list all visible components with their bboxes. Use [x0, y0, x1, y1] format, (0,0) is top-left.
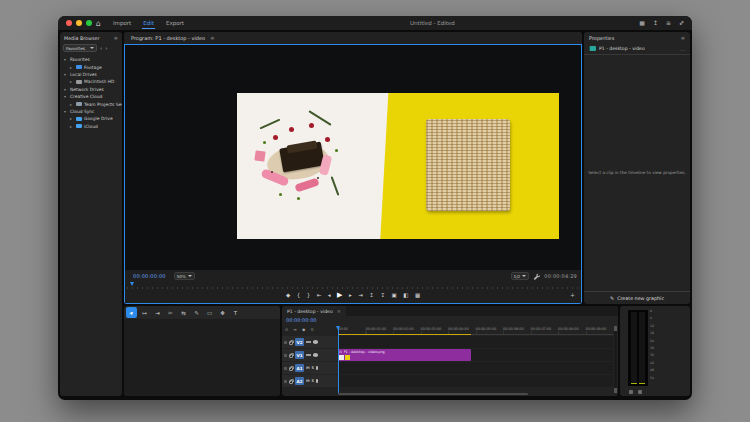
tree-item-google-drive[interactable]: ▸ Google Drive	[62, 115, 121, 122]
quick-export-icon[interactable]: ↥	[653, 20, 658, 26]
rectangle-tool[interactable]: ▭	[204, 307, 215, 318]
minimize-window-button[interactable]	[76, 20, 82, 26]
disclosure-chevron-icon[interactable]: ▸	[70, 116, 74, 121]
add-marker-icon[interactable]: ◆	[302, 326, 305, 334]
nav-forward-icon[interactable]: ›	[105, 45, 107, 51]
source-patch-indicator[interactable]	[284, 341, 287, 344]
extract-button[interactable]: ↧	[380, 292, 385, 299]
panel-menu-icon[interactable]: ≡	[210, 35, 214, 41]
program-seek-bar[interactable]	[127, 282, 579, 289]
program-playhead[interactable]	[130, 282, 134, 286]
solo-track-button[interactable]: S	[312, 366, 315, 370]
disclosure-chevron-icon[interactable]: ▸	[70, 65, 74, 70]
voiceover-record-icon[interactable]	[316, 379, 318, 383]
program-monitor-tab[interactable]: Program: P1 - desktop - video	[131, 35, 205, 41]
tree-item-team-projects-sessions[interactable]: ▸ Team Projects Sessions	[62, 100, 121, 107]
multi-camera-button[interactable]: ▦	[415, 292, 420, 299]
mute-track-button[interactable]: M	[306, 379, 310, 383]
go-to-out-button[interactable]: ⇥	[358, 292, 363, 299]
timeline-settings-icon[interactable]: ≡	[310, 326, 314, 334]
nav-back-icon[interactable]: ‹	[100, 45, 102, 51]
track-lane[interactable]: fx P1 - desktop - video.png	[338, 349, 613, 361]
create-new-graphic-button[interactable]: ✎ Create new graphic	[584, 291, 690, 304]
timeline-vertical-scrollbar[interactable]	[614, 326, 617, 393]
disclosure-chevron-icon[interactable]: ▾	[64, 57, 68, 62]
zoom-level-dropdown[interactable]: 50%	[174, 272, 195, 280]
source-patch-indicator[interactable]	[284, 354, 287, 357]
solo-track-button[interactable]: S	[312, 379, 315, 383]
track-lane[interactable]	[338, 336, 613, 348]
voiceover-record-icon[interactable]	[316, 366, 318, 370]
disclosure-chevron-icon[interactable]: ▾	[64, 94, 68, 99]
meter-option-icon[interactable]	[629, 390, 633, 394]
location-dropdown[interactable]: Favorites	[63, 44, 97, 52]
disclosure-chevron-icon[interactable]: ▸	[70, 124, 74, 129]
timeline-playhead[interactable]	[338, 327, 339, 393]
track-lane[interactable]	[338, 375, 613, 387]
tree-item-creative-cloud[interactable]: ▾ Creative Cloud	[62, 93, 121, 100]
toggle-track-output-icon[interactable]	[313, 340, 318, 344]
disclosure-chevron-icon[interactable]: ▸	[70, 79, 74, 84]
panel-menu-icon[interactable]: ≡	[681, 35, 685, 41]
meter-option-icon[interactable]	[638, 390, 642, 394]
track-lock-icon[interactable]	[289, 341, 293, 345]
type-tool[interactable]: T	[230, 307, 241, 318]
home-icon[interactable]: ⌂	[96, 18, 101, 29]
tree-item-macintosh-hd[interactable]: ▸ Macintosh HD	[62, 78, 121, 85]
slip-tool[interactable]: ⇆	[178, 307, 189, 318]
lift-button[interactable]: ↥	[369, 292, 374, 299]
timeline-horizontal-scrollbar[interactable]	[338, 393, 528, 396]
track-select-forward-tool[interactable]: ↦	[139, 307, 150, 318]
pen-tool[interactable]: ✎	[191, 307, 202, 318]
tree-item-favorites[interactable]: ▾ Favorites	[62, 56, 121, 63]
close-icon[interactable]: ×	[337, 308, 341, 314]
ripple-edit-tool[interactable]: ⇥	[152, 307, 163, 318]
track-target-badge[interactable]: A2	[295, 377, 304, 385]
program-current-timecode[interactable]: 00:00:00:00	[133, 273, 166, 279]
properties-sequence-row[interactable]: P1 - desktop - video …	[584, 43, 690, 55]
tree-item-footage[interactable]: ▸ Footage	[62, 63, 121, 70]
toggle-track-output-icon[interactable]	[313, 353, 318, 357]
track-target-badge[interactable]: V2	[295, 338, 304, 346]
tree-item-local-drives[interactable]: ▾ Local Drives	[62, 71, 121, 78]
step-forward-button[interactable]: ▸	[349, 292, 352, 299]
track-target-badge[interactable]: A1	[295, 364, 304, 372]
disclosure-chevron-icon[interactable]: ▾	[64, 109, 68, 114]
playback-resolution-dropdown[interactable]: 1/2	[511, 272, 530, 280]
app-menu-icon[interactable]: ≡	[666, 20, 671, 26]
snap-icon[interactable]: ∩	[285, 326, 288, 334]
disclosure-chevron-icon[interactable]: ▾	[64, 72, 68, 77]
go-to-in-button[interactable]: ⇤	[317, 292, 322, 299]
tab-edit[interactable]: Edit	[142, 17, 155, 29]
disclosure-chevron-icon[interactable]: ▸	[70, 102, 74, 107]
linked-selection-icon[interactable]: ∞	[293, 326, 297, 334]
selection-tool[interactable]: ➤	[126, 307, 137, 318]
track-lock-icon[interactable]	[289, 354, 293, 358]
track-target-badge[interactable]: V1	[295, 351, 304, 359]
workspaces-icon[interactable]: ▦	[639, 20, 645, 26]
button-editor-plus-button[interactable]: +	[570, 291, 575, 298]
tab-import[interactable]: Import	[112, 17, 132, 29]
tab-export[interactable]: Export	[165, 17, 185, 29]
source-patch-indicator[interactable]	[284, 367, 287, 370]
timeline-clip[interactable]: fx P1 - desktop - video.png	[338, 349, 471, 361]
track-lane[interactable]	[338, 362, 613, 374]
timeline-sequence-tab[interactable]: P1 - desktop - video ×	[282, 306, 346, 316]
sync-lock-icon[interactable]	[306, 354, 311, 356]
mark-in-button[interactable]: {	[297, 292, 301, 299]
add-marker-button[interactable]: ◆	[286, 292, 290, 299]
hand-tool[interactable]: ✥	[217, 307, 228, 318]
tree-item-cloud-sync[interactable]: ▾ Cloud Sync	[62, 108, 121, 115]
track-lock-icon[interactable]	[289, 367, 293, 371]
fullscreen-icon[interactable]: ↕	[678, 19, 686, 27]
maximize-window-button[interactable]	[86, 20, 92, 26]
track-lock-icon[interactable]	[289, 380, 293, 384]
sync-lock-icon[interactable]	[306, 341, 311, 343]
play-button[interactable]: ▶	[337, 292, 342, 299]
step-back-button[interactable]: ◂	[328, 292, 331, 299]
panel-menu-icon[interactable]: ≡	[114, 35, 118, 41]
tree-item-icloud[interactable]: ▸ iCloud	[62, 123, 121, 130]
export-frame-button[interactable]: ▣	[391, 292, 396, 299]
razor-tool[interactable]: ✂	[165, 307, 176, 318]
mark-out-button[interactable]: }	[307, 292, 311, 299]
